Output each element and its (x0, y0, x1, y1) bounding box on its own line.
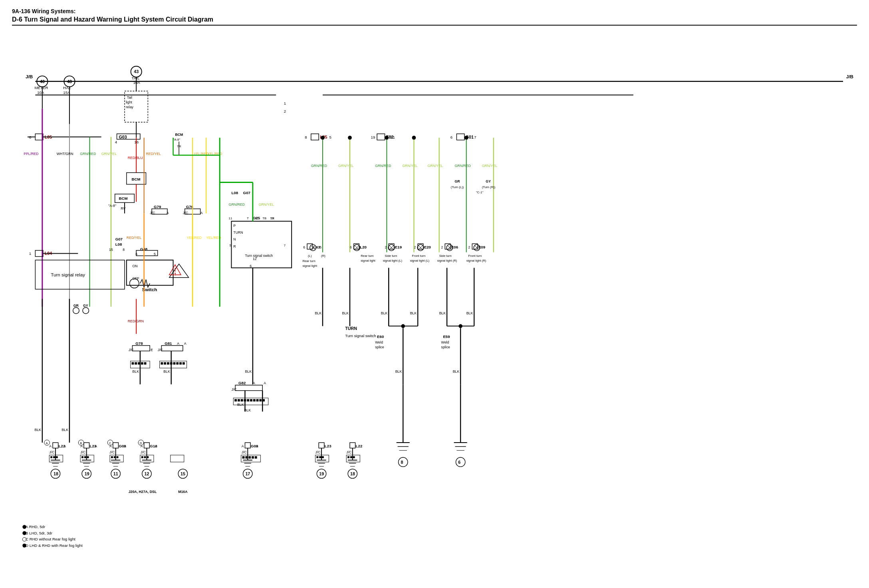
svg-rect-413 (147, 456, 149, 458)
svg-text:GRN/YEL: GRN/YEL (482, 164, 498, 168)
svg-text:BLK: BLK (395, 369, 402, 373)
svg-text:A: A (46, 441, 48, 445)
svg-text:E60: E60 (377, 334, 384, 339)
svg-rect-387 (250, 399, 252, 401)
svg-text:signal light: signal light (361, 259, 376, 262)
svg-text:Front turn: Front turn (468, 254, 482, 258)
svg-text:8: 8 (305, 135, 307, 139)
svg-text:Rear turn: Rear turn (361, 254, 373, 258)
svg-rect-401 (56, 456, 58, 458)
svg-text:Front turn: Front turn (412, 254, 426, 258)
svg-text:2: 2 (284, 109, 286, 113)
svg-text:Tail: Tail (127, 95, 132, 99)
page: 9A-136 Wiring Systems: D-6 Turn Signal a… (0, 0, 869, 588)
svg-text:5: 5 (319, 245, 321, 249)
svg-text:6: 6 (450, 135, 452, 139)
svg-point-329 (321, 136, 325, 140)
svg-text:L08: L08 (115, 242, 122, 246)
svg-text:"A-8": "A-8" (108, 204, 116, 208)
svg-text:GRN/RED: GRN/RED (229, 203, 245, 207)
svg-text:GRN/RED: GRN/RED (311, 164, 327, 168)
svg-text:signal light (R): signal light (R) (437, 259, 457, 262)
svg-rect-404 (84, 456, 86, 458)
svg-text:E59: E59 (443, 334, 450, 339)
svg-text:19: 19 (371, 135, 375, 139)
svg-text:J/C: J/C (49, 450, 54, 454)
svg-rect-385 (244, 399, 246, 401)
svg-text:(L): (L) (308, 254, 312, 258)
svg-rect-389 (256, 399, 259, 401)
svg-text:splice: splice (441, 345, 450, 349)
svg-text:BLK: BLK (381, 311, 388, 315)
svg-rect-409 (117, 456, 119, 458)
svg-rect-380 (183, 362, 185, 365)
svg-text:Weld: Weld (375, 340, 383, 344)
svg-rect-374 (164, 362, 166, 365)
svg-text:40: 40 (40, 79, 45, 84)
svg-text:6: 6 (458, 460, 460, 465)
svg-point-333 (464, 136, 468, 140)
svg-text:A: A (124, 444, 126, 448)
svg-text:J/C: J/C (80, 450, 85, 454)
svg-point-435 (22, 544, 26, 548)
svg-rect-403 (81, 456, 83, 458)
svg-text:splice: splice (375, 345, 384, 349)
svg-rect-399 (50, 456, 52, 458)
svg-text:18: 18 (350, 471, 355, 476)
svg-text:signal light (L): signal light (L) (410, 259, 430, 262)
svg-text:48: 48 (67, 79, 72, 84)
svg-text:8: 8 (401, 460, 403, 465)
svg-text:RED/YEL: RED/YEL (146, 152, 161, 156)
svg-text:GRN/RED: GRN/RED (455, 164, 471, 168)
svg-text:L23: L23 (325, 444, 331, 448)
svg-text:B: B (80, 441, 82, 445)
svg-rect-367 (132, 362, 134, 365)
svg-point-365 (175, 273, 176, 274)
svg-text:A: A (155, 444, 157, 448)
svg-text:G78: G78 (135, 341, 143, 346)
svg-rect-386 (247, 399, 249, 401)
svg-rect-376 (170, 362, 173, 365)
svg-text:RV: RV (121, 207, 125, 211)
svg-text:T: T (247, 217, 249, 220)
svg-text:D: D (140, 441, 142, 445)
svg-text:15: 15 (181, 471, 185, 476)
svg-text:P: P (233, 224, 236, 228)
svg-text:19: 19 (319, 471, 324, 476)
svg-text:GR: GR (73, 304, 79, 308)
svg-text:BLK: BLK (132, 369, 139, 373)
svg-text:(Turn (R)): (Turn (R)) (482, 185, 496, 189)
svg-text:J/B: J/B (846, 74, 853, 79)
svg-rect-383 (238, 399, 240, 401)
svg-text:19: 19 (85, 471, 89, 476)
page-header: 9A-136 Wiring Systems: D-6 Turn Signal a… (12, 8, 857, 26)
svg-text:GRN/YEL: GRN/YEL (338, 164, 354, 168)
svg-text:G79: G79 (154, 205, 161, 209)
svg-text:10A: 10A (133, 80, 140, 85)
svg-text:(R): (R) (321, 254, 325, 258)
svg-text:A: A (200, 211, 203, 215)
svg-rect-379 (179, 362, 182, 365)
svg-text:TL: TL (255, 217, 259, 220)
svg-text:TAIL: TAIL (132, 76, 140, 80)
svg-text:YEL/RED: YEL/RED (206, 236, 221, 240)
svg-text:J/B: J/B (26, 74, 33, 79)
svg-text:E: E (151, 348, 153, 352)
svg-text:"C-1": "C-1" (476, 191, 483, 194)
svg-rect-416 (316, 456, 318, 458)
svg-text:TURN: TURN (233, 230, 243, 234)
svg-text:Turn signal relay: Turn signal relay (51, 272, 85, 277)
diagram-title: D-6 Turn Signal and Hazard Warning Light… (12, 16, 857, 23)
svg-text:A: A (264, 381, 266, 385)
svg-text:G82: G82 (238, 381, 246, 385)
svg-text:Weld: Weld (441, 340, 449, 344)
svg-rect-420 (347, 456, 349, 458)
svg-text:GR: GR (455, 179, 460, 183)
svg-text:11: 11 (391, 135, 395, 139)
svg-text:BLK: BLK (245, 369, 252, 373)
svg-text:GRN/RED: GRN/RED (375, 164, 391, 168)
svg-text:7: 7 (284, 244, 286, 247)
svg-text:N: N (233, 237, 236, 241)
svg-text:TB: TB (262, 217, 266, 220)
svg-text:BLK: BLK (34, 428, 41, 432)
